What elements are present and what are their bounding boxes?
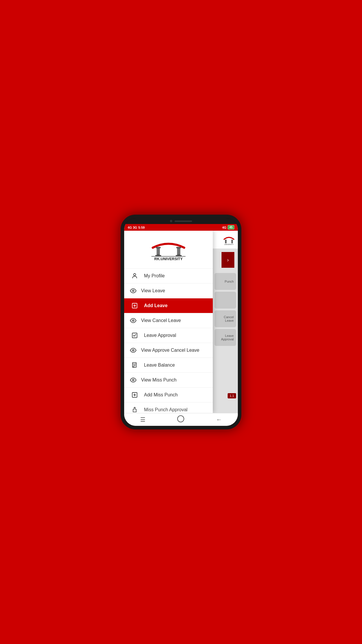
- university-logo: RK.UNIVERSITY: [142, 238, 195, 261]
- menu-label-add-miss-punch: Add Miss Punch: [144, 392, 178, 398]
- menu-item-add-leave[interactable]: Add Leave: [124, 298, 213, 313]
- check-svg: [131, 332, 138, 339]
- signal-4g-right: 4G: [222, 226, 226, 229]
- back-button[interactable]: ←: [211, 415, 226, 424]
- menu-item-view-miss-punch[interactable]: View Miss Punch: [124, 373, 213, 388]
- signal-4g: 4G 3G: [128, 226, 137, 229]
- phone-notch: [124, 218, 238, 224]
- small-logo: UNIVERSITY: [222, 233, 236, 246]
- menu-item-miss-punch-approval[interactable]: Miss Punch Approval: [124, 402, 213, 413]
- menu-label-leave-balance: Leave Balance: [144, 363, 175, 368]
- eye-svg-2: [130, 317, 136, 324]
- svg-point-12: [133, 274, 136, 276]
- eye-icon-cancel-leave: [130, 317, 136, 324]
- menu-label-add-leave: Add Leave: [144, 303, 168, 308]
- menu-item-view-approve-cancel[interactable]: View Approve Cancel Leave: [124, 343, 213, 358]
- svg-rect-29: [225, 240, 226, 244]
- behind-card-2: [215, 292, 236, 309]
- svg-rect-5: [177, 248, 180, 256]
- check-icon: [130, 332, 139, 339]
- menu-label-view-miss-punch: View Miss Punch: [141, 377, 177, 383]
- svg-rect-1: [156, 247, 161, 248]
- behind-card-text-4: Leave Approval: [221, 334, 234, 341]
- home-button[interactable]: [173, 414, 189, 425]
- phone-frame: 4G 3G 5:59 4G 45: [121, 215, 241, 429]
- menu-label-view-leave: View Leave: [141, 288, 165, 293]
- thumb-icon: [130, 407, 139, 413]
- nav-forward-arrow[interactable]: ›: [222, 252, 234, 268]
- svg-text:RK.UNIVERSITY: RK.UNIVERSITY: [154, 257, 183, 261]
- status-time: 5:59: [138, 226, 145, 229]
- logo-container: RK.UNIVERSITY: [142, 238, 195, 261]
- svg-rect-3: [157, 248, 158, 254]
- svg-point-19: [132, 349, 134, 351]
- battery-indicator: 45: [228, 225, 234, 230]
- menu-item-add-miss-punch[interactable]: Add Miss Punch: [124, 388, 213, 402]
- version-badge: 1.1: [228, 393, 236, 398]
- menu-item-view-leave[interactable]: View Leave: [124, 284, 213, 298]
- svg-rect-9: [179, 248, 180, 254]
- add-box-svg-2: [131, 392, 138, 398]
- menu-label-view-cancel-leave: View Cancel Leave: [141, 318, 181, 323]
- menu-label-miss-punch-approval: Miss Punch Approval: [144, 407, 187, 412]
- back-arrow-icon: ←: [216, 416, 222, 423]
- behind-card-approval: Leave Approval: [215, 329, 236, 346]
- main-content: RK.UNIVERSITY: [124, 231, 238, 413]
- svg-point-24: [132, 379, 134, 381]
- hamburger-icon: ☰: [140, 416, 145, 423]
- behind-card-text-3: Cancel Leave: [224, 315, 234, 322]
- svg-rect-4: [159, 248, 159, 254]
- add-box-icon: [130, 302, 139, 309]
- behind-drawer-content: UNIVERSITY › Punch: [213, 231, 238, 413]
- camera: [170, 220, 172, 222]
- svg-rect-8: [178, 248, 179, 254]
- behind-card-cancel: Cancel Leave: [215, 310, 236, 327]
- behind-top-bar: UNIVERSITY: [213, 231, 238, 249]
- add-box-svg: [131, 302, 138, 309]
- bottom-navigation: ☰ ←: [124, 413, 238, 426]
- menu-item-view-cancel-leave[interactable]: View Cancel Leave: [124, 313, 213, 328]
- eye-svg-3: [130, 347, 136, 354]
- hamburger-button[interactable]: ☰: [136, 415, 150, 424]
- svg-rect-7: [176, 255, 182, 256]
- svg-rect-30: [231, 240, 233, 244]
- eye-icon-view-leave: [130, 288, 136, 294]
- eye-icon-miss-punch: [130, 377, 136, 383]
- eye-icon-approve-cancel: [130, 347, 136, 354]
- eye-svg-4: [130, 377, 136, 383]
- menu-item-leave-balance[interactable]: Leave Balance: [124, 358, 213, 373]
- svg-rect-6: [176, 247, 181, 248]
- svg-point-13: [132, 290, 134, 292]
- person-svg: [131, 273, 138, 279]
- arrow-right-icon: ›: [227, 257, 229, 263]
- eye-svg: [130, 288, 136, 294]
- thumb-svg: [131, 407, 138, 413]
- menu-label-my-profile: My Profile: [144, 273, 165, 279]
- home-icon: [177, 415, 184, 422]
- svg-rect-0: [157, 248, 160, 256]
- logo-area: RK.UNIVERSITY: [124, 231, 213, 269]
- menu-label-leave-approval: Leave Approval: [144, 333, 176, 338]
- svg-point-17: [132, 320, 134, 321]
- navigation-drawer: RK.UNIVERSITY: [124, 231, 213, 413]
- menu-item-my-profile[interactable]: My Profile: [124, 269, 213, 284]
- phone-inner: 4G 3G 5:59 4G 45: [124, 218, 238, 426]
- behind-card-punch: Punch: [215, 273, 236, 290]
- speaker: [175, 220, 192, 222]
- status-bar: 4G 3G 5:59 4G 45: [124, 224, 238, 231]
- svg-rect-2: [155, 255, 161, 256]
- behind-cards-container: Punch Cancel Leave Leave Approval: [213, 271, 238, 413]
- screen: 4G 3G 5:59 4G 45: [124, 224, 238, 426]
- menu-label-view-approve-cancel: View Approve Cancel Leave: [141, 348, 199, 353]
- person-icon: [130, 273, 139, 279]
- svg-text:UNIVERSITY: UNIVERSITY: [224, 244, 234, 245]
- status-left: 4G 3G 5:59: [128, 226, 145, 229]
- doc-svg: [131, 362, 138, 368]
- behind-card-text-1: Punch: [225, 280, 234, 283]
- menu-item-leave-approval[interactable]: Leave Approval: [124, 328, 213, 343]
- add-box-icon-2: [130, 392, 139, 398]
- doc-icon: [130, 362, 139, 368]
- menu-list: My Profile View Leave: [124, 269, 213, 413]
- status-right: 4G 45: [222, 225, 234, 230]
